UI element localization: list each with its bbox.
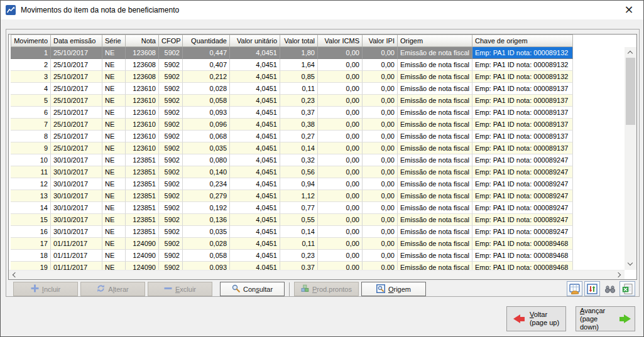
cell-movimento[interactable]: 9 [11,142,51,154]
cell-valor-total[interactable]: 0,14 [280,226,318,238]
cell-cfop[interactable]: 5902 [159,131,183,142]
cell-valor-total[interactable]: 0,85 [280,71,318,83]
sort-arrows-icon[interactable] [584,281,600,296]
cell-valor-icms[interactable]: 0,00 [318,47,363,59]
cell-quantidade[interactable]: 0,080 [183,154,230,166]
cell-s-rie[interactable]: NE [102,142,126,154]
cell-valor-unit-rio[interactable]: 4,0451 [230,238,280,250]
cell-movimento[interactable]: 10 [11,154,51,166]
cell-data-emiss-o[interactable]: 30/10/2017 [51,226,102,238]
cell-origem[interactable]: Emissão de nota fiscal [398,226,472,238]
cell-valor-unit-rio[interactable]: 4,0451 [230,178,280,190]
column-header-valor-icms[interactable]: Valor ICMS [318,35,363,47]
cell-chave-de-origem[interactable]: Emp: PA1 ID nota: 000089137 [472,83,573,95]
cell-cfop[interactable]: 5902 [159,226,183,238]
cell-origem[interactable]: Emissão de nota fiscal [398,107,472,119]
table-row[interactable]: 125/10/2017NE12360859020,4474,04511,800,… [11,47,625,59]
cell-valor-ipi[interactable]: 0,00 [363,262,398,270]
cell-valor-icms[interactable]: 0,00 [318,142,363,154]
cell-s-rie[interactable]: NE [102,262,126,270]
cell-data-emiss-o[interactable]: 25/10/2017 [51,83,102,95]
cell-valor-icms[interactable]: 0,00 [318,154,363,166]
cell-chave-de-origem[interactable]: Emp: PA1 ID nota: 000089247 [472,226,573,238]
cell-valor-icms[interactable]: 0,00 [318,226,363,238]
cell-movimento[interactable]: 7 [11,119,51,131]
cell-movimento[interactable]: 5 [11,95,51,107]
cell-valor-unit-rio[interactable]: 4,0451 [230,262,280,270]
cell-chave-de-origem[interactable]: Emp: PA1 ID nota: 000089132 [472,47,573,59]
cell-chave-de-origem[interactable]: Emp: PA1 ID nota: 000089137 [472,107,573,119]
cell-valor-ipi[interactable]: 0,00 [363,59,398,71]
cell-nota[interactable]: 123610 [126,83,159,95]
cell-s-rie[interactable]: NE [102,83,126,95]
table-row[interactable]: 1630/10/2017NE12385159020,0354,04510,140… [11,226,625,238]
cell-cfop[interactable]: 5902 [159,59,183,71]
cell-valor-unit-rio[interactable]: 4,0451 [230,119,280,131]
cell-quantidade[interactable]: 0,058 [183,95,230,107]
cell-nota[interactable]: 123851 [126,226,159,238]
cell-origem[interactable]: Emissão de nota fiscal [398,214,472,226]
vertical-scroll-thumb[interactable] [626,58,635,125]
cell-cfop[interactable]: 5902 [159,214,183,226]
cell-origem[interactable]: Emissão de nota fiscal [398,47,472,59]
cell-data-emiss-o[interactable]: 25/10/2017 [51,107,102,119]
cell-nota[interactable]: 124090 [126,250,159,262]
cell-valor-total[interactable]: 0,37 [280,107,318,119]
cell-valor-unit-rio[interactable]: 4,0451 [230,107,280,119]
cell-movimento[interactable]: 17 [11,238,51,250]
cell-cfop[interactable]: 5902 [159,166,183,178]
cell-valor-total[interactable]: 0,27 [280,131,318,142]
cell-movimento[interactable]: 11 [11,166,51,178]
excel-export-icon[interactable] [619,281,635,296]
cell-nota[interactable]: 123608 [126,59,159,71]
table-row[interactable]: 1330/10/2017NE12385159020,2794,04511,120… [11,190,625,202]
cell-cfop[interactable]: 5902 [159,202,183,214]
cell-valor-unit-rio[interactable]: 4,0451 [230,47,280,59]
cell-data-emiss-o[interactable]: 30/10/2017 [51,178,102,190]
cell-s-rie[interactable]: NE [102,47,126,59]
cell-valor-ipi[interactable]: 0,00 [363,47,398,59]
cell-valor-ipi[interactable]: 0,00 [363,142,398,154]
cell-valor-icms[interactable]: 0,00 [318,238,363,250]
scroll-right-icon[interactable] [616,272,621,277]
cell-valor-ipi[interactable]: 0,00 [363,226,398,238]
table-row[interactable]: 225/10/2017NE12360859020,4074,04511,640,… [11,59,625,71]
cell-valor-total[interactable]: 1,64 [280,59,318,71]
cell-origem[interactable]: Emissão de nota fiscal [398,178,472,190]
cell-valor-total[interactable]: 0,38 [280,119,318,131]
cell-valor-ipi[interactable]: 0,00 [363,95,398,107]
cell-data-emiss-o[interactable]: 30/10/2017 [51,166,102,178]
cell-valor-unit-rio[interactable]: 4,0451 [230,131,280,142]
cell-origem[interactable]: Emissão de nota fiscal [398,154,472,166]
column-header-nota[interactable]: Nota [126,35,159,47]
cell-origem[interactable]: Emissão de nota fiscal [398,202,472,214]
cell-valor-ipi[interactable]: 0,00 [363,107,398,119]
cell-nota[interactable]: 123610 [126,95,159,107]
cell-valor-ipi[interactable]: 0,00 [363,178,398,190]
cell-origem[interactable]: Emissão de nota fiscal [398,83,472,95]
cell-valor-icms[interactable]: 0,00 [318,190,363,202]
cell-cfop[interactable]: 5902 [159,262,183,270]
cell-valor-unit-rio[interactable]: 4,0451 [230,202,280,214]
cell-valor-ipi[interactable]: 0,00 [363,250,398,262]
cell-s-rie[interactable]: NE [102,214,126,226]
cell-valor-total[interactable]: 0,77 [280,202,318,214]
cell-valor-icms[interactable]: 0,00 [318,214,363,226]
cell-origem[interactable]: Emissão de nota fiscal [398,190,472,202]
cell-quantidade[interactable]: 0,058 [183,250,230,262]
table-row[interactable]: 1430/10/2017NE12385159020,1924,04510,770… [11,202,625,214]
cell-nota[interactable]: 123851 [126,154,159,166]
cell-s-rie[interactable]: NE [102,190,126,202]
cell-s-rie[interactable]: NE [102,107,126,119]
cell-s-rie[interactable]: NE [102,71,126,83]
cell-quantidade[interactable]: 0,234 [183,178,230,190]
cell-movimento[interactable]: 1 [11,47,51,59]
scroll-down-icon[interactable] [628,260,633,265]
cell-s-rie[interactable]: NE [102,238,126,250]
cell-valor-unit-rio[interactable]: 4,0451 [230,214,280,226]
column-header-chave-de-origem[interactable]: Chave de origem [472,35,573,47]
cell-valor-total[interactable]: 0,32 [280,154,318,166]
cell-quantidade[interactable]: 0,136 [183,214,230,226]
cell-movimento[interactable]: 19 [11,262,51,270]
cell-quantidade[interactable]: 0,212 [183,71,230,83]
